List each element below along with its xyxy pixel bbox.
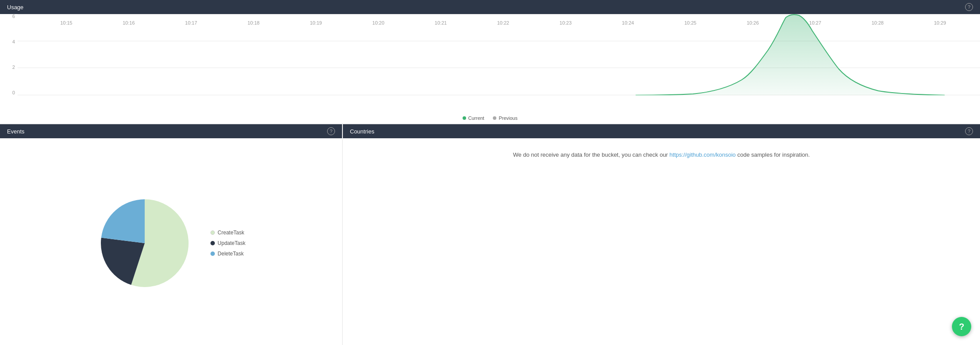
chart-svg-wrapper [18, 14, 980, 95]
github-link[interactable]: https://github.com/konsoio [670, 151, 736, 158]
usage-help-icon[interactable]: ? [965, 3, 973, 11]
usage-title: Usage [7, 4, 24, 11]
countries-header: Countries ? [343, 124, 980, 138]
legend-delete: DeleteTask [210, 251, 245, 257]
legend-update: UpdateTask [210, 240, 245, 246]
delete-label: DeleteTask [217, 251, 243, 257]
events-header: Events ? [0, 124, 342, 138]
y-label-2: 2 [0, 65, 18, 70]
previous-dot [493, 116, 496, 120]
y-axis: 6 4 2 0 [0, 14, 18, 95]
y-label-0: 0 [0, 90, 18, 95]
update-label: UpdateTask [217, 240, 245, 246]
events-help-icon[interactable]: ? [327, 127, 335, 135]
pie-svg [96, 195, 193, 291]
chart-legend: Current Previous [0, 113, 980, 123]
pie-wrapper: CreateTask UpdateTask DeleteTask [96, 195, 245, 291]
y-label-6: 6 [0, 14, 18, 19]
usage-section: Usage ? 6 4 2 0 [0, 0, 980, 123]
events-section: Events ? [0, 124, 342, 345]
float-button[interactable]: ? [952, 317, 971, 336]
pie-segment-delete [101, 199, 145, 243]
countries-title: Countries [350, 128, 374, 135]
no-data-suffix: code samples for inspiration. [736, 151, 810, 158]
delete-color [210, 252, 215, 256]
current-dot [463, 116, 466, 120]
create-label: CreateTask [217, 230, 244, 236]
events-content: CreateTask UpdateTask DeleteTask [0, 138, 342, 345]
legend-previous: Previous [493, 115, 517, 121]
pie-legend: CreateTask UpdateTask DeleteTask [210, 230, 245, 257]
chart-area: 6 4 2 0 [0, 14, 980, 113]
countries-section: Countries ? We do not receive any data f… [343, 124, 980, 345]
events-title: Events [7, 128, 25, 135]
usage-header: Usage ? [0, 0, 980, 14]
countries-content: We do not receive any data for the bucke… [343, 138, 980, 345]
countries-help-icon[interactable]: ? [965, 127, 973, 135]
legend-create: CreateTask [210, 230, 245, 236]
bottom-row: Events ? [0, 124, 980, 345]
y-label-4: 4 [0, 40, 18, 44]
chart-fill [18, 14, 980, 95]
chart-svg [18, 14, 980, 95]
no-data-message: We do not receive any data for the bucke… [513, 151, 810, 158]
pie-chart [96, 195, 193, 291]
current-label: Current [468, 115, 485, 121]
update-color [210, 241, 215, 245]
float-icon: ? [959, 322, 964, 332]
create-color [210, 230, 215, 235]
previous-label: Previous [499, 115, 517, 121]
no-data-prefix: We do not receive any data for the bucke… [513, 151, 670, 158]
legend-current: Current [463, 115, 485, 121]
